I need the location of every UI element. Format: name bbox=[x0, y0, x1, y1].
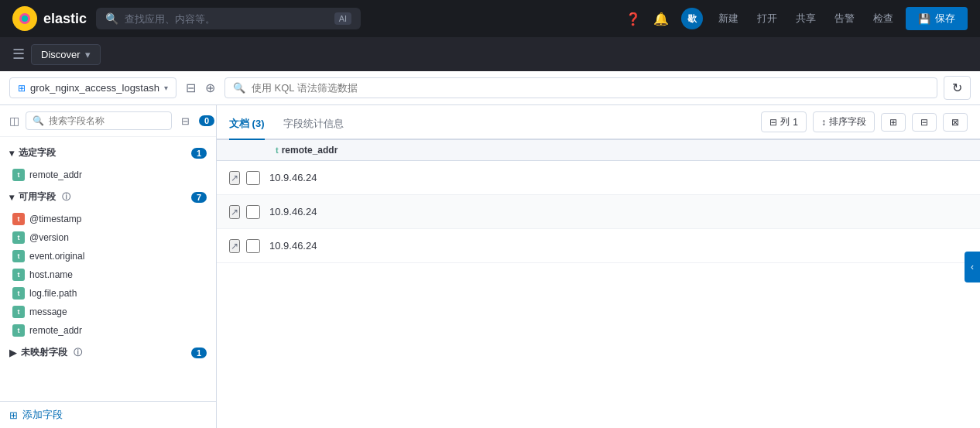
list-item[interactable]: t message bbox=[9, 303, 216, 321]
column-type-icon: t bbox=[276, 146, 279, 155]
tab-documents[interactable]: 文档 (3) bbox=[229, 112, 265, 140]
unmapped-fields-section-header[interactable]: ▶ 未映射字段 ⓘ 1 bbox=[0, 340, 216, 365]
field-type-icon: t bbox=[12, 250, 25, 262]
table-row[interactable]: ↗ 10.9.46.24 bbox=[217, 195, 980, 229]
logo-area: elastic bbox=[12, 6, 87, 31]
remote-addr-available-item[interactable]: t remote_addr bbox=[9, 321, 216, 340]
field-type-icon: t bbox=[12, 169, 25, 181]
share-button[interactable]: 共享 bbox=[790, 9, 822, 29]
main-content: ◫ 🔍 ⊟ 0 ▾ 选定字段 1 t remote_addr bbox=[0, 105, 980, 428]
field-name-label: @version bbox=[29, 232, 69, 243]
global-search-input[interactable] bbox=[125, 13, 328, 25]
chevron-down-icon: ▾ bbox=[85, 49, 91, 60]
table-row[interactable]: ↗ 10.9.46.24 bbox=[217, 161, 980, 195]
menu-toggle-button[interactable]: ☰ bbox=[12, 46, 25, 63]
row-value-remote-addr: 10.9.46.24 bbox=[269, 240, 317, 252]
top-actions: 新建 打开 共享 告警 检查 💾 保存 bbox=[712, 7, 968, 30]
list-item[interactable]: t @version bbox=[9, 228, 216, 247]
index-chevron-icon: ▾ bbox=[164, 84, 168, 92]
new-button[interactable]: 新建 bbox=[712, 9, 745, 29]
sidebar-header: ◫ 🔍 ⊟ 0 bbox=[0, 105, 216, 137]
field-type-icon: t bbox=[12, 324, 25, 337]
alert-button[interactable]: 告警 bbox=[828, 9, 861, 29]
tab-field-stats[interactable]: 字段统计信息 bbox=[283, 112, 344, 140]
add-field-icon: ⊞ bbox=[9, 409, 18, 421]
selected-fields-count: 1 bbox=[191, 148, 207, 159]
sort-icon: ↕ bbox=[821, 117, 826, 128]
notifications-icon[interactable]: 🔔 bbox=[653, 12, 669, 26]
field-type-icon: t bbox=[12, 213, 25, 225]
unmapped-fields-title: ▶ 未映射字段 ⓘ bbox=[9, 346, 82, 359]
columns-label: 列 bbox=[780, 115, 790, 128]
main-panel-wrapper: 文档 (3) 字段统计信息 ⊟ 列 1 ↕ 排序字段 ⊞ bbox=[217, 105, 980, 428]
kql-search-icon: 🔍 bbox=[233, 82, 245, 94]
row-expand-button[interactable]: ↗ bbox=[229, 205, 240, 219]
density-button[interactable]: ⊠ bbox=[943, 113, 968, 132]
available-fields-info-icon: ⓘ bbox=[62, 191, 70, 203]
fields-sidebar: ◫ 🔍 ⊟ 0 ▾ 选定字段 1 t remote_addr bbox=[0, 105, 217, 428]
row-checkbox[interactable] bbox=[246, 239, 260, 253]
view-options-button[interactable]: ⊞ bbox=[881, 113, 906, 132]
field-type-icon: t bbox=[12, 306, 25, 318]
list-item[interactable]: t log.file.path bbox=[9, 284, 216, 303]
available-fields-list: t @timestamp t @version t event.original… bbox=[0, 210, 216, 340]
selected-fields-section-header[interactable]: ▾ 选定字段 1 bbox=[0, 140, 216, 166]
log-file-path-label: log.file.path bbox=[29, 288, 77, 299]
save-icon: 💾 bbox=[918, 13, 930, 25]
refresh-button[interactable]: ↻ bbox=[944, 76, 971, 100]
kql-search-input[interactable] bbox=[252, 82, 929, 94]
sort-fields-button[interactable]: ↕ 排序字段 bbox=[813, 111, 875, 132]
row-expand-button[interactable]: ↗ bbox=[229, 171, 240, 185]
svg-point-2 bbox=[22, 15, 28, 22]
discover-app-button[interactable]: Discover ▾ bbox=[31, 44, 101, 65]
index-pattern-selector[interactable]: ⊞ grok_nginx_access_logstash ▾ bbox=[9, 77, 176, 98]
chevron-down-available-icon: ▾ bbox=[9, 192, 14, 203]
list-item[interactable]: t host.name bbox=[9, 265, 216, 284]
save-button[interactable]: 💾 保存 bbox=[906, 7, 968, 30]
help-icon[interactable]: ❓ bbox=[625, 12, 641, 26]
row-value-remote-addr: 10.9.46.24 bbox=[269, 172, 317, 183]
list-item[interactable]: t @timestamp bbox=[9, 210, 216, 228]
open-button[interactable]: 打开 bbox=[751, 9, 783, 29]
field-name-label: @timestamp bbox=[29, 214, 82, 224]
add-filter-button[interactable]: ⊕ bbox=[202, 77, 218, 98]
side-panel-toggle-button[interactable]: ‹ bbox=[965, 252, 980, 282]
second-navigation: ☰ Discover ▾ bbox=[0, 37, 980, 71]
columns-button[interactable]: ⊟ 列 1 bbox=[761, 111, 807, 132]
discover-label: Discover bbox=[41, 49, 81, 60]
field-filter-button[interactable]: ⊟ bbox=[178, 112, 193, 130]
list-item[interactable]: t remote_addr bbox=[9, 166, 216, 184]
data-table: t remote_addr ↗ 10.9.46.24 ↗ 10.9.46.24 bbox=[217, 140, 980, 428]
list-item[interactable]: t event.original bbox=[9, 247, 216, 265]
display-options-button[interactable]: ⊟ bbox=[912, 113, 937, 132]
field-search-input[interactable] bbox=[49, 115, 165, 126]
add-field-label: 添加字段 bbox=[22, 408, 63, 422]
table-row[interactable]: ↗ 10.9.46.24 bbox=[217, 229, 980, 263]
top-navigation: elastic 🔍 AI ❓ 🔔 歇 新建 打开 共享 告警 检查 💾 保存 bbox=[0, 0, 980, 37]
columns-icon: ⊟ bbox=[769, 117, 777, 128]
column-count: 1 bbox=[793, 117, 798, 128]
field-search-icon: 🔍 bbox=[33, 115, 44, 126]
index-name: grok_nginx_access_logstash bbox=[30, 82, 159, 94]
global-search-bar[interactable]: 🔍 AI bbox=[96, 8, 361, 29]
sidebar-collapse-button[interactable]: ◫ bbox=[9, 115, 19, 127]
row-checkbox[interactable] bbox=[246, 205, 260, 219]
unmapped-fields-info-icon: ⓘ bbox=[74, 347, 82, 358]
row-expand-button[interactable]: ↗ bbox=[229, 239, 240, 253]
kql-search-area[interactable]: 🔍 bbox=[224, 77, 937, 98]
ai-badge: AI bbox=[334, 12, 351, 25]
user-avatar[interactable]: 歇 bbox=[681, 8, 703, 29]
filter-actions: ⊟ ⊕ bbox=[183, 77, 218, 98]
field-name-label: event.original bbox=[29, 251, 84, 262]
filter-options-button[interactable]: ⊟ bbox=[183, 77, 199, 98]
available-fields-section-header[interactable]: ▾ 可用字段 ⓘ 7 bbox=[0, 184, 216, 210]
row-checkbox[interactable] bbox=[246, 171, 260, 185]
index-icon: ⊞ bbox=[18, 83, 26, 94]
column-header-remote-addr[interactable]: t remote_addr bbox=[276, 145, 338, 156]
save-label: 保存 bbox=[935, 12, 955, 26]
inspect-button[interactable]: 检查 bbox=[867, 9, 899, 29]
sort-label: 排序字段 bbox=[829, 115, 866, 128]
add-field-button[interactable]: 添加字段 bbox=[22, 408, 63, 422]
field-type-icon: t bbox=[12, 269, 25, 281]
field-search-area[interactable]: 🔍 bbox=[26, 111, 172, 130]
